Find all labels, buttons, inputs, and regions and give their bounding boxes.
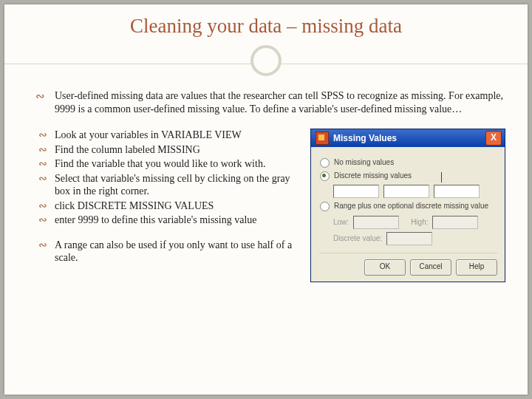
footnote: A range can also be used if you only wan…: [41, 239, 301, 265]
discrete-optional-field[interactable]: [386, 232, 432, 245]
dialog-titlebar: Missing Values X: [311, 129, 505, 147]
button-row: OK Cancel Help: [320, 253, 497, 276]
title-area: Cleaning your data – missing data: [4, 4, 528, 64]
dialog-body: No missing values Discrete missing value…: [311, 147, 505, 282]
discrete-value-field-2[interactable]: [383, 185, 429, 198]
low-field[interactable]: [353, 216, 399, 229]
text-caret: [441, 172, 442, 183]
option-label: No missing values: [334, 158, 394, 168]
lead-paragraph: User-defined missing data are values tha…: [41, 89, 505, 115]
option-label: Discrete missing values: [334, 171, 412, 181]
title-ornament-circle: [250, 45, 282, 76]
help-button[interactable]: Help: [456, 259, 497, 276]
list-item: Look at your variables in VARIABLE VIEW: [41, 129, 301, 142]
radio-icon: [320, 171, 330, 181]
cancel-button[interactable]: Cancel: [410, 259, 451, 276]
high-field[interactable]: [432, 216, 478, 229]
discrete-row: Discrete value:: [333, 232, 497, 245]
low-label: Low:: [333, 218, 349, 228]
dialog-column: Missing Values X No missing values Discr…: [310, 129, 505, 282]
high-label: High:: [411, 218, 428, 228]
close-icon[interactable]: X: [485, 131, 502, 146]
option-range[interactable]: Range plus one optional discrete missing…: [320, 202, 497, 211]
list-item: Select that variable's missing cell by c…: [41, 172, 301, 198]
slide: Cleaning your data – missing data User-d…: [4, 4, 528, 395]
discrete-label: Discrete value:: [333, 234, 382, 244]
slide-title: Cleaning your data – missing data: [4, 4, 528, 38]
discrete-fields: [333, 185, 497, 198]
list-item: click DISCRETE MISSING VALUES: [41, 200, 301, 213]
discrete-value-field-1[interactable]: [333, 185, 379, 198]
option-discrete[interactable]: Discrete missing values: [320, 171, 497, 181]
list-item: enter 9999 to define this variable's mis…: [41, 214, 301, 227]
instruction-list: Look at your variables in VARIABLE VIEW …: [41, 129, 301, 282]
list-item: Find the column labeled MISSING: [41, 143, 301, 157]
ok-button[interactable]: OK: [364, 259, 406, 276]
option-no-missing[interactable]: No missing values: [320, 158, 497, 168]
range-row: Low: High:: [333, 216, 497, 229]
app-icon: [316, 132, 329, 145]
discrete-value-field-3[interactable]: [434, 185, 480, 198]
radio-icon: [320, 158, 330, 168]
list-item: Find the variable that you would like to…: [41, 157, 301, 171]
dialog-title: Missing Values: [333, 133, 485, 144]
option-label: Range plus one optional discrete missing…: [334, 202, 488, 211]
content-columns: Look at your variables in VARIABLE VIEW …: [41, 129, 505, 282]
radio-icon: [320, 202, 330, 211]
missing-values-dialog: Missing Values X No missing values Discr…: [310, 129, 505, 282]
slide-body: User-defined missing data are values tha…: [4, 64, 528, 290]
